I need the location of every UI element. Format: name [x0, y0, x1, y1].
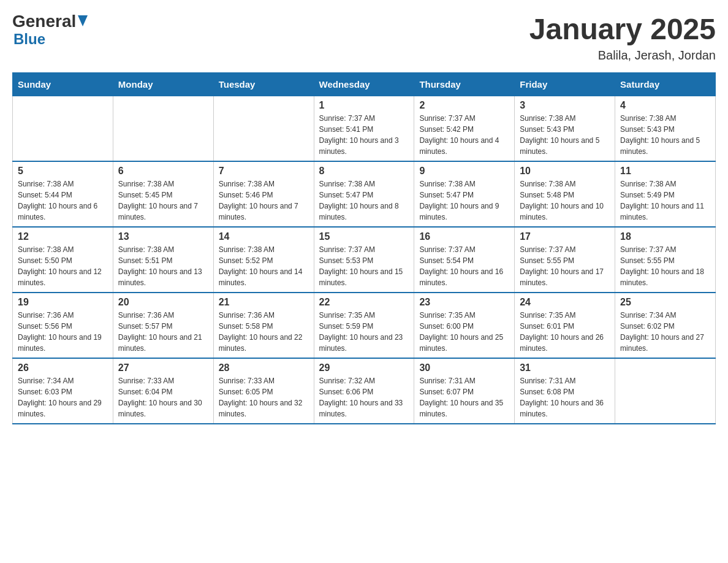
day-number: 4: [620, 100, 710, 111]
calendar-week-2: 5Sunrise: 7:38 AMSunset: 5:44 PMDaylight…: [13, 161, 716, 227]
day-info-line: Daylight: 10 hours and 11 minutes.: [620, 202, 704, 221]
logo-general-text: General: [12, 12, 76, 31]
day-info-line: Sunrise: 7:32 AM: [319, 377, 375, 385]
calendar-cell: 7Sunrise: 7:38 AMSunset: 5:46 PMDaylight…: [213, 161, 314, 227]
day-info-line: Sunrise: 7:38 AM: [219, 180, 275, 188]
day-number: 12: [18, 231, 108, 242]
day-info-line: Sunset: 5:42 PM: [419, 125, 474, 134]
day-info-line: Sunset: 5:50 PM: [18, 256, 72, 265]
day-info-line: Daylight: 10 hours and 7 minutes.: [219, 202, 298, 221]
day-info: Sunrise: 7:38 AMSunset: 5:51 PMDaylight:…: [118, 244, 208, 288]
day-info-line: Sunset: 5:41 PM: [319, 125, 374, 134]
calendar-cell: [615, 358, 716, 424]
weekday-header-sunday: Sunday: [13, 73, 113, 96]
day-info: Sunrise: 7:36 AMSunset: 5:57 PMDaylight:…: [118, 310, 208, 354]
day-info-line: Daylight: 10 hours and 14 minutes.: [219, 267, 303, 287]
calendar-cell: 21Sunrise: 7:36 AMSunset: 5:58 PMDayligh…: [213, 293, 314, 358]
weekday-header-friday: Friday: [515, 73, 615, 96]
day-info-line: Sunrise: 7:36 AM: [118, 311, 174, 320]
day-info-line: Sunrise: 7:34 AM: [620, 311, 676, 320]
calendar-week-5: 26Sunrise: 7:34 AMSunset: 6:03 PMDayligh…: [13, 358, 716, 424]
calendar-cell: 1Sunrise: 7:37 AMSunset: 5:41 PMDaylight…: [314, 96, 414, 162]
day-info-line: Daylight: 10 hours and 17 minutes.: [520, 267, 604, 287]
day-info-line: Sunrise: 7:37 AM: [319, 245, 375, 254]
calendar-cell: 11Sunrise: 7:38 AMSunset: 5:49 PMDayligh…: [615, 161, 716, 227]
calendar-cell: 26Sunrise: 7:34 AMSunset: 6:03 PMDayligh…: [13, 358, 113, 424]
title-area: January 2025 Balila, Jerash, Jordan: [529, 12, 716, 63]
day-info-line: Sunrise: 7:35 AM: [419, 311, 475, 320]
day-info-line: Sunset: 5:43 PM: [520, 125, 574, 134]
day-info-line: Sunrise: 7:38 AM: [319, 180, 375, 188]
day-info-line: Sunrise: 7:35 AM: [520, 311, 575, 320]
day-info-line: Daylight: 10 hours and 7 minutes.: [118, 202, 198, 221]
day-info-line: Sunrise: 7:33 AM: [219, 377, 275, 385]
calendar-cell: 5Sunrise: 7:38 AMSunset: 5:44 PMDaylight…: [13, 161, 113, 227]
day-info: Sunrise: 7:38 AMSunset: 5:43 PMDaylight:…: [620, 113, 710, 157]
svg-marker-0: [78, 15, 88, 26]
day-number: 22: [319, 297, 409, 308]
day-info-line: Sunrise: 7:37 AM: [319, 114, 375, 123]
day-info: Sunrise: 7:35 AMSunset: 6:01 PMDaylight:…: [520, 310, 610, 354]
calendar-cell: 20Sunrise: 7:36 AMSunset: 5:57 PMDayligh…: [113, 293, 213, 358]
day-info-line: Daylight: 10 hours and 10 minutes.: [520, 202, 604, 221]
day-info-line: Daylight: 10 hours and 33 minutes.: [319, 399, 403, 418]
day-info-line: Sunset: 6:01 PM: [520, 322, 574, 331]
day-number: 19: [18, 297, 108, 308]
day-info-line: Daylight: 10 hours and 4 minutes.: [419, 136, 499, 156]
calendar-cell: 9Sunrise: 7:38 AMSunset: 5:47 PMDaylight…: [414, 161, 515, 227]
weekday-header-row: SundayMondayTuesdayWednesdayThursdayFrid…: [13, 73, 716, 96]
day-info-line: Daylight: 10 hours and 6 minutes.: [18, 202, 97, 221]
day-info-line: Daylight: 10 hours and 29 minutes.: [18, 399, 102, 418]
calendar-header: SundayMondayTuesdayWednesdayThursdayFrid…: [13, 73, 716, 96]
day-info-line: Sunrise: 7:31 AM: [419, 377, 475, 385]
page-header: General Blue January 2025 Balila, Jerash…: [12, 12, 716, 63]
day-info: Sunrise: 7:38 AMSunset: 5:43 PMDaylight:…: [520, 113, 610, 157]
day-info: Sunrise: 7:31 AMSunset: 6:07 PMDaylight:…: [419, 375, 509, 419]
day-info: Sunrise: 7:31 AMSunset: 6:08 PMDaylight:…: [520, 375, 610, 419]
calendar-cell: 25Sunrise: 7:34 AMSunset: 6:02 PMDayligh…: [615, 293, 716, 358]
day-info-line: Daylight: 10 hours and 32 minutes.: [219, 399, 303, 418]
day-info-line: Sunrise: 7:37 AM: [419, 114, 475, 123]
day-info: Sunrise: 7:32 AMSunset: 6:06 PMDaylight:…: [319, 375, 409, 419]
calendar-cell: 10Sunrise: 7:38 AMSunset: 5:48 PMDayligh…: [515, 161, 615, 227]
day-info: Sunrise: 7:37 AMSunset: 5:55 PMDaylight:…: [620, 244, 710, 288]
day-info: Sunrise: 7:38 AMSunset: 5:49 PMDaylight:…: [620, 178, 710, 223]
day-number: 20: [118, 297, 208, 308]
day-number: 28: [219, 362, 309, 373]
day-info-line: Sunrise: 7:38 AM: [620, 114, 676, 123]
day-info-line: Sunset: 5:43 PM: [620, 125, 675, 134]
page-title: January 2025: [529, 12, 716, 46]
calendar-table: SundayMondayTuesdayWednesdayThursdayFrid…: [12, 72, 716, 424]
calendar-cell: 13Sunrise: 7:38 AMSunset: 5:51 PMDayligh…: [113, 227, 213, 293]
day-info-line: Sunrise: 7:34 AM: [18, 377, 74, 385]
day-info-line: Sunrise: 7:36 AM: [219, 311, 275, 320]
day-info: Sunrise: 7:34 AMSunset: 6:03 PMDaylight:…: [18, 375, 108, 419]
day-info: Sunrise: 7:37 AMSunset: 5:55 PMDaylight:…: [520, 244, 610, 288]
day-info-line: Daylight: 10 hours and 15 minutes.: [319, 267, 403, 287]
day-info-line: Daylight: 10 hours and 27 minutes.: [620, 333, 704, 353]
day-info: Sunrise: 7:37 AMSunset: 5:54 PMDaylight:…: [419, 244, 509, 288]
day-info: Sunrise: 7:33 AMSunset: 6:04 PMDaylight:…: [118, 375, 208, 419]
calendar-cell: 8Sunrise: 7:38 AMSunset: 5:47 PMDaylight…: [314, 161, 414, 227]
day-info-line: Daylight: 10 hours and 26 minutes.: [520, 333, 604, 353]
calendar-cell: [213, 96, 314, 162]
day-number: 11: [620, 166, 710, 177]
day-info: Sunrise: 7:38 AMSunset: 5:46 PMDaylight:…: [219, 178, 309, 223]
day-info-line: Sunrise: 7:37 AM: [620, 245, 676, 254]
day-info-line: Daylight: 10 hours and 9 minutes.: [419, 202, 499, 221]
day-info-line: Sunset: 5:47 PM: [319, 191, 374, 199]
calendar-week-3: 12Sunrise: 7:38 AMSunset: 5:50 PMDayligh…: [13, 227, 716, 293]
day-info-line: Daylight: 10 hours and 5 minutes.: [620, 136, 700, 156]
weekday-header-thursday: Thursday: [414, 73, 515, 96]
day-info-line: Daylight: 10 hours and 16 minutes.: [419, 267, 503, 287]
calendar-cell: 22Sunrise: 7:35 AMSunset: 5:59 PMDayligh…: [314, 293, 414, 358]
calendar-cell: 17Sunrise: 7:37 AMSunset: 5:55 PMDayligh…: [515, 227, 615, 293]
day-number: 15: [319, 231, 409, 242]
calendar-cell: 31Sunrise: 7:31 AMSunset: 6:08 PMDayligh…: [515, 358, 615, 424]
calendar-cell: 24Sunrise: 7:35 AMSunset: 6:01 PMDayligh…: [515, 293, 615, 358]
calendar-cell: 19Sunrise: 7:36 AMSunset: 5:56 PMDayligh…: [13, 293, 113, 358]
day-info-line: Sunset: 6:00 PM: [419, 322, 474, 331]
weekday-header-saturday: Saturday: [615, 73, 716, 96]
day-info-line: Sunrise: 7:38 AM: [18, 180, 74, 188]
day-info-line: Daylight: 10 hours and 12 minutes.: [18, 267, 102, 287]
